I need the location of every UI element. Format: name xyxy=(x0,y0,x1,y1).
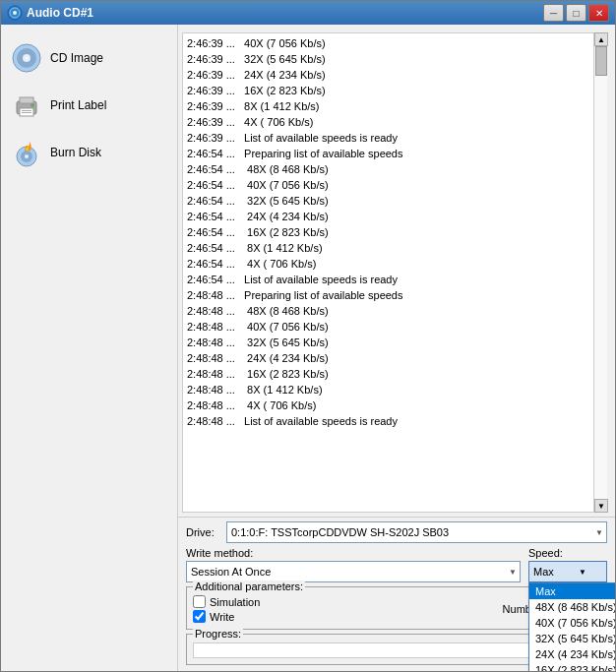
log-message: 4X ( 706 Kb/s) xyxy=(241,114,313,130)
log-timestamp: 2:46:54 ... xyxy=(187,161,241,177)
log-message: 8X (1 412 Kb/s) xyxy=(241,240,323,256)
log-lines: 2:46:39 ... 40X (7 056 Kb/s)2:46:39 ... … xyxy=(187,35,590,429)
sidebar-print-label: Print Label xyxy=(50,98,106,112)
log-line: 2:48:48 ... 48X (8 468 Kb/s) xyxy=(187,303,590,319)
scroll-up-button[interactable]: ▲ xyxy=(594,32,608,46)
log-line: 2:46:54 ... 16X (2 823 Kb/s) xyxy=(187,224,590,240)
log-message: Preparing list of available speeds xyxy=(241,287,402,303)
log-line: 2:48:48 ... List of available speeds is … xyxy=(187,413,590,429)
sidebar-burn-disk-label: Burn Disk xyxy=(50,146,101,159)
svg-point-15 xyxy=(25,154,29,158)
speed-options: Max48X (8 468 Kb/s)40X (7 056 Kb/s)32X (… xyxy=(529,583,615,671)
drive-combo[interactable]: 0:1:0:F: TSSTcorpCDDVDW SH-S202J SB03 xyxy=(226,521,607,543)
log-timestamp: 2:48:48 ... xyxy=(187,397,241,413)
main-content: CD Image Print Label xyxy=(1,25,615,671)
log-timestamp: 2:48:48 ... xyxy=(187,350,241,366)
write-label: Write xyxy=(210,611,234,623)
sidebar-item-burn-disk[interactable]: Burn Disk xyxy=(1,129,177,176)
main-window: Audio CD#1 ─ □ ✕ CD Image xyxy=(0,0,616,672)
close-button[interactable]: ✕ xyxy=(588,4,609,22)
speed-option-2[interactable]: 40X (7 056 Kb/s) xyxy=(529,615,615,631)
log-line: 2:46:54 ... 40X (7 056 Kb/s) xyxy=(187,177,590,193)
write-checkbox[interactable] xyxy=(193,610,206,623)
scroll-thumb[interactable] xyxy=(595,46,607,76)
log-line: 2:48:48 ... 24X (4 234 Kb/s) xyxy=(187,350,590,366)
window-icon xyxy=(7,5,23,21)
sidebar: CD Image Print Label xyxy=(1,25,178,671)
speed-dropdown-open[interactable]: Max ▼ Max48X (8 468 Kb/s)40X (7 056 Kb/s… xyxy=(528,561,607,582)
log-timestamp: 2:46:39 ... xyxy=(187,130,241,146)
log-line: 2:48:48 ... 8X (1 412 Kb/s) xyxy=(187,382,590,397)
simulation-checkbox[interactable] xyxy=(193,595,206,608)
speed-option-4[interactable]: 24X (4 234 Kb/s) xyxy=(529,646,615,662)
params-left: Simulation Write xyxy=(193,595,260,623)
log-timestamp: 2:46:39 ... xyxy=(187,67,241,83)
svg-rect-10 xyxy=(22,110,31,111)
log-timestamp: 2:46:54 ... xyxy=(187,224,241,240)
log-timestamp: 2:46:54 ... xyxy=(187,193,241,209)
speed-group: Speed: Max ▼ Max48X (8 468 Kb/s)40X (7 0… xyxy=(528,547,607,582)
log-message: Preparing list of available speeds xyxy=(241,146,402,161)
log-line: 2:46:54 ... 24X (4 234 Kb/s) xyxy=(187,209,590,224)
log-timestamp: 2:46:39 ... xyxy=(187,51,241,67)
log-line: 2:46:39 ... 8X (1 412 Kb/s) xyxy=(187,98,590,114)
svg-point-1 xyxy=(13,11,17,15)
log-message: 8X (1 412 Kb/s) xyxy=(241,98,320,114)
additional-params-title: Additional parameters: xyxy=(193,580,305,592)
log-message: 32X (5 645 Kb/s) xyxy=(241,193,329,209)
write-row: Write xyxy=(193,610,260,623)
log-line: 2:46:54 ... Preparing list of available … xyxy=(187,146,590,161)
window-controls: ─ □ ✕ xyxy=(543,4,609,22)
log-message: 4X ( 706 Kb/s) xyxy=(241,397,316,413)
title-bar: Audio CD#1 ─ □ ✕ xyxy=(1,1,615,25)
simulation-row: Simulation xyxy=(193,595,260,608)
log-timestamp: 2:46:54 ... xyxy=(187,146,241,161)
log-message: 48X (8 468 Kb/s) xyxy=(241,303,329,319)
log-timestamp: 2:48:48 ... xyxy=(187,413,241,429)
log-line: 2:46:54 ... 4X ( 706 Kb/s) xyxy=(187,256,590,272)
log-message: 4X ( 706 Kb/s) xyxy=(241,256,316,272)
log-container[interactable]: 2:46:39 ... 40X (7 056 Kb/s)2:46:39 ... … xyxy=(182,32,607,513)
method-group: Write method: Session At Once xyxy=(186,547,521,582)
log-line: 2:46:39 ... 4X ( 706 Kb/s) xyxy=(187,114,590,130)
log-scrollbar[interactable]: ▲ ▼ xyxy=(593,32,607,513)
svg-rect-11 xyxy=(22,112,31,113)
log-timestamp: 2:48:48 ... xyxy=(187,303,241,319)
speed-arrow-icon: ▼ xyxy=(579,568,586,577)
log-message: 24X (4 234 Kb/s) xyxy=(241,209,329,224)
sidebar-item-cd-image[interactable]: CD Image xyxy=(1,34,177,82)
svg-point-6 xyxy=(25,56,29,60)
burn-disk-icon xyxy=(11,137,42,168)
scroll-down-button[interactable]: ▼ xyxy=(594,499,608,513)
drive-label: Drive: xyxy=(186,526,220,538)
log-line: 2:46:39 ... 16X (2 823 Kb/s) xyxy=(187,83,590,98)
log-message: 24X (4 234 Kb/s) xyxy=(241,67,326,83)
sidebar-item-print-label[interactable]: Print Label xyxy=(1,82,177,129)
log-message: 16X (2 823 Kb/s) xyxy=(241,224,329,240)
speed-option-5[interactable]: 16X (2 823 Kb/s) xyxy=(529,662,615,671)
log-timestamp: 2:46:54 ... xyxy=(187,177,241,193)
speed-option-1[interactable]: 48X (8 468 Kb/s) xyxy=(529,599,615,615)
log-message: List of available speeds is ready xyxy=(241,272,398,287)
log-timestamp: 2:48:48 ... xyxy=(187,335,241,350)
log-line: 2:46:39 ... 24X (4 234 Kb/s) xyxy=(187,67,590,83)
log-timestamp: 2:48:48 ... xyxy=(187,319,241,335)
speed-option-3[interactable]: 32X (5 645 Kb/s) xyxy=(529,631,615,646)
log-timestamp: 2:46:54 ... xyxy=(187,209,241,224)
controls-section: Drive: 0:1:0:F: TSSTcorpCDDVDW SH-S202J … xyxy=(178,517,615,671)
log-message: 32X (5 645 Kb/s) xyxy=(241,51,326,67)
scroll-track[interactable] xyxy=(594,46,607,499)
log-timestamp: 2:48:48 ... xyxy=(187,382,241,397)
speed-option-0[interactable]: Max xyxy=(529,583,615,599)
log-timestamp: 2:46:39 ... xyxy=(187,114,241,130)
log-line: 2:46:54 ... 8X (1 412 Kb/s) xyxy=(187,240,590,256)
speed-input-box[interactable]: Max ▼ xyxy=(528,561,607,582)
write-method-combo[interactable]: Session At Once xyxy=(186,561,521,582)
log-timestamp: 2:46:39 ... xyxy=(187,98,241,114)
log-timestamp: 2:46:54 ... xyxy=(187,256,241,272)
printer-icon xyxy=(11,90,42,121)
progress-title: Progress: xyxy=(193,628,243,640)
maximize-button[interactable]: □ xyxy=(566,4,586,22)
log-line: 2:48:48 ... 16X (2 823 Kb/s) xyxy=(187,366,590,382)
minimize-button[interactable]: ─ xyxy=(543,4,564,22)
